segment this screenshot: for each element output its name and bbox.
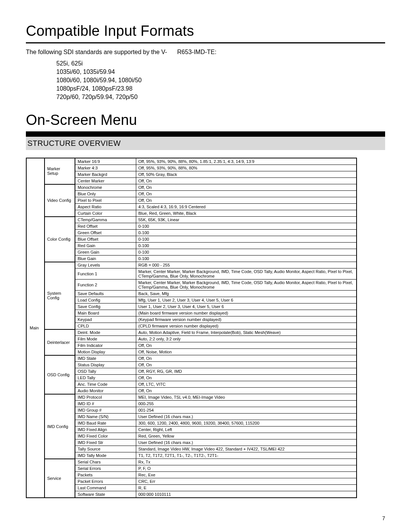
table-row: Green Gain0-100 [26,249,357,256]
param-cell: Packet Errors [75,478,136,485]
table-row: Save ConfigUser 1, User 2, User 3, User … [26,304,357,310]
category-cell: Video Config [45,184,75,217]
table-row: Function 2Marker, Center Marker, Marker … [26,280,357,291]
table-row: Packet ErrorsCRC, Err [26,478,357,485]
category-cell: System Config [45,262,75,329]
table-row: Curtain ColorBlue, Red, Green, White, Bl… [26,210,357,217]
table-row: Green Offset0-100 [26,230,357,236]
param-cell: IMD Baud Rate [75,420,136,427]
value-cell: 55K, 65K, 93K, Linear [136,217,357,223]
table-row: PacketsRec, Exe [26,472,357,478]
table-row: Function 1Marker, Center Marker, Marker … [26,268,357,280]
format-line: 525i, 625i [56,59,385,68]
param-cell: Software State [75,491,136,498]
heading-onscreen-menu: On-Screen Menu [26,112,385,128]
value-cell: Off, On [136,355,357,362]
value-cell: Off, 95%, 93%, 90%, 88%, 80% [136,165,357,171]
value-cell: Off, On [136,342,357,349]
param-cell: IMD Protocol [75,394,136,401]
value-cell: (CPLD firmware version number displayed) [136,323,357,329]
divider [26,42,385,43]
table-row: Main Board(Main board firmware version n… [26,310,357,316]
format-line: 720p/60, 720p/59.94, 720p/50 [56,93,385,101]
value-cell: Off, 95%, 93%, 90%, 88%, 80%, 1.85:1, 2.… [136,158,357,165]
param-cell: Motion Display [75,349,136,355]
format-line: 1080i/60, 1080i/59.94, 1080i/50 [56,76,385,85]
value-cell: Off, On [136,375,357,381]
category-cell: Deinterlacer [45,329,75,355]
table-row: IMD Tally ModeT1, T2, T1T2, T2T1, T1-, T… [26,452,357,459]
value-cell: 0-100 [136,223,357,230]
table-row: IMD Fixed AlignCenter, Right, Left [26,427,357,433]
value-cell: Marker, Center Marker, Marker Background… [136,268,357,280]
param-cell: Film Indicator [75,342,136,349]
param-cell: Status Display [75,362,136,368]
param-cell: Marker 4:3 [75,165,136,171]
param-cell: Marker Backgrd [75,171,136,178]
value-cell: T1, T2, T1T2, T2T1, T1-, T2-, T1T2-, T2T… [136,452,357,459]
table-row: Blue Offset0-100 [26,236,357,243]
param-cell: OSD Tally [75,368,136,375]
value-cell: 000-255 [136,401,357,407]
value-cell: P, F, O [136,465,357,472]
value-cell: 0-100 [136,256,357,262]
table-row: Film IndicatorOff, On [26,342,357,349]
value-cell: RGB = 000 - 255 [136,262,357,268]
param-cell: Audio Monitor [75,388,136,394]
value-cell: Off, RGY, RG, GR, IMD [136,368,357,375]
value-cell: 300, 600, 1200, 2400, 4800, 9600, 19200,… [136,420,357,427]
table-row: Audio MonitorOff, On [26,388,357,394]
table-row: Blue Gain0-100 [26,256,357,262]
value-cell: 001-254 [136,407,357,414]
table-row: Video ConfigMonochromeOff, On [26,184,357,191]
table-row: Tally SourceStandard, Image Video HW, Im… [26,446,357,452]
param-cell: IMD Fixed Align [75,427,136,433]
param-cell: Gray Levels [75,262,136,268]
table-row: IMD Name (S/N)User Defined (16 chars max… [26,414,357,420]
value-cell: Off, Noise, Motion [136,349,357,355]
table-row: IMD ConfigIMD ProtocolMEI, Image Video, … [26,394,357,401]
param-cell: IMD Fixed Str [75,439,136,446]
param-cell: LED Tally [75,375,136,381]
value-cell: Off, LTC, VITC [136,381,357,388]
table-row: Software State000:000 1010111 [26,491,357,498]
table-row: Last CommandR, E [26,485,357,491]
value-cell: Rx, Tx [136,459,357,465]
intro-text: The following SDI standards are supporte… [26,49,385,56]
table-row: Aspect Ratio4:3, Scaled 4:3, 16:9, 16:9 … [26,204,357,210]
value-cell: Off, On [136,178,357,184]
category-cell: OSD Config [45,355,75,394]
root-cell: Main [26,158,45,498]
param-cell: Aspect Ratio [75,204,136,210]
subheading-structure: STRUCTURE OVERVIEW [26,137,385,150]
table-row: Load ConfigMfg, User 1, User 2, User 3, … [26,297,357,304]
param-cell: Blue Offset [75,236,136,243]
table-row: Red Offset0-100 [26,223,357,230]
value-cell: CRC, Err [136,478,357,485]
value-cell: Auto, 2:2 only, 3:2 only [136,336,357,342]
table-row: Motion DisplayOff, Noise, Motion [26,349,357,355]
value-cell: 0-100 [136,243,357,249]
table-row: Marker 4:3Off, 95%, 93%, 90%, 88%, 80% [26,165,357,171]
category-cell: Color Config [45,217,75,262]
param-cell: IMD Tally Mode [75,452,136,459]
value-cell: User Defined (16 chars max.) [136,439,357,446]
category-cell: Service [45,459,75,498]
param-cell: CTemp/Gamma [75,217,136,223]
table-row: Save DefaultsBack, Save, Mfg [26,291,357,297]
param-cell: Save Defaults [75,291,136,297]
param-cell: Red Offset [75,223,136,230]
value-cell: Off, On [136,362,357,368]
value-cell: 0-100 [136,230,357,236]
value-cell: Auto, Motion Adaptive, Field to Frame, I… [136,329,357,336]
value-cell: 0-100 [136,249,357,256]
param-cell: Monochrome [75,184,136,191]
param-cell: Red Gain [75,243,136,249]
formats-list: 525i, 625i1035i/60, 1035i/59.941080i/60,… [56,59,385,101]
value-cell: Red, Green, Yellow [136,433,357,439]
param-cell: Curtain Color [75,210,136,217]
param-cell: Packets [75,472,136,478]
table-row: LED TallyOff, On [26,375,357,381]
param-cell: Pixel to Pixel [75,197,136,204]
param-cell: IMD State [75,355,136,362]
